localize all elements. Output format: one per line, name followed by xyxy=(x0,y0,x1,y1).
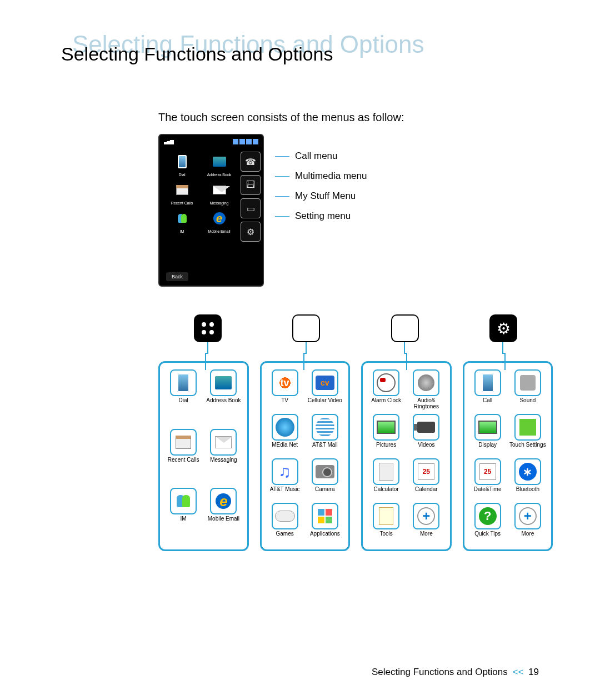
app-audio-ringtones: Audio& Ringtones xyxy=(407,369,445,409)
calendar-icon: 25 xyxy=(479,463,496,480)
app-display: Display xyxy=(469,414,507,454)
folder-icon: ▭ xyxy=(247,203,255,214)
manual-page: Selecting Functions and Options Selectin… xyxy=(0,0,600,573)
intro-text: The touch screen consists of the menus a… xyxy=(158,111,539,124)
ie-icon: e xyxy=(213,212,226,224)
phone-app-grid: Dial Address Book Recent Calls Messaging… xyxy=(162,146,239,236)
tv-icon: tv xyxy=(276,373,294,392)
camera-icon xyxy=(316,465,334,478)
alarm-icon xyxy=(377,373,396,392)
app-videos: Videos xyxy=(407,414,445,454)
app-more-settings: +More xyxy=(509,503,547,543)
phone-screenshot: Dial Address Book Recent Calls Messaging… xyxy=(158,134,264,287)
footer-separator: << xyxy=(512,667,523,677)
phone-diagram: Dial Address Book Recent Calls Messaging… xyxy=(158,134,539,287)
plus-icon: + xyxy=(519,507,537,525)
speaker-icon xyxy=(418,374,434,391)
phone-icon xyxy=(178,155,187,168)
clipboard-icon xyxy=(176,185,188,195)
plus-icon: + xyxy=(417,507,435,525)
sound-icon xyxy=(520,375,536,391)
app-pictures: Pictures xyxy=(367,414,405,454)
page-title: Selecting Functions and Options xyxy=(61,43,333,65)
app-touch-settings: Touch Settings xyxy=(509,414,547,454)
top-btn-settings: ⚙ xyxy=(489,314,517,342)
camcorder-icon xyxy=(417,422,435,433)
tree-top-buttons: ⚙ xyxy=(158,314,553,353)
phone-app-address-book: Address Book xyxy=(202,152,236,177)
app-games: Games xyxy=(266,503,304,543)
phone-app-mobile-email: eMobile Email xyxy=(202,208,236,233)
gamepad-icon xyxy=(275,511,295,522)
panel-call: Dial Address Book Recent Calls Messaging… xyxy=(158,361,249,551)
panel-multimedia: tvTV cvCellular Video MEdia Net AT&T Mai… xyxy=(260,361,351,551)
callout-mystuff-menu: My Stuff Menu xyxy=(275,191,367,202)
panel-mystuff: Alarm Clock Audio& Ringtones Pictures Vi… xyxy=(361,361,452,551)
top-btn-multimedia xyxy=(292,314,320,342)
app-cellular-video: cvCellular Video xyxy=(306,369,344,409)
address-book-icon xyxy=(215,376,232,389)
phone-icon xyxy=(177,373,189,392)
im-icon xyxy=(177,495,190,507)
phone-icon xyxy=(482,373,494,392)
tab-mystuff-menu: ▭ xyxy=(241,198,261,218)
globe-icon xyxy=(276,418,294,437)
dots-icon xyxy=(202,322,214,334)
phone-app-recent-calls: Recent Calls xyxy=(165,180,199,205)
callouts: Call menu Multimedia menu My Stuff Menu … xyxy=(275,134,367,222)
tab-settings-menu: ⚙ xyxy=(241,222,261,242)
film-icon: 🎞 xyxy=(246,180,255,190)
clipboard-icon xyxy=(176,436,191,449)
touch-icon xyxy=(519,419,536,436)
app-calculator: Calculator xyxy=(367,458,405,498)
ie-icon: e xyxy=(216,493,231,509)
monitor-icon xyxy=(377,421,396,434)
status-bar xyxy=(162,137,261,146)
question-icon: ? xyxy=(479,507,497,525)
panel-settings: Call Sound Display Touch Settings 25Date… xyxy=(463,361,553,551)
gear-icon: ⚙ xyxy=(247,227,254,237)
app-alarm-clock: Alarm Clock xyxy=(367,369,405,409)
im-icon xyxy=(178,214,187,223)
app-mobile-email: eMobile Email xyxy=(204,488,242,543)
app-calendar: 25Calendar xyxy=(407,458,445,498)
callout-multimedia-menu: Multimedia menu xyxy=(275,171,367,182)
panels: Dial Address Book Recent Calls Messaging… xyxy=(158,361,553,551)
phone-sidebar-tabs: ☎ 🎞 ▭ ⚙ xyxy=(241,152,261,242)
app-sound: Sound xyxy=(509,369,547,409)
notes-icon xyxy=(379,507,393,525)
callout-call-menu: Call menu xyxy=(275,151,367,162)
app-att-music: ♫AT&T Music xyxy=(266,458,304,498)
apps-icon xyxy=(318,509,332,523)
app-applications: Applications xyxy=(306,503,344,543)
att-icon xyxy=(316,418,334,437)
app-im: IM xyxy=(164,488,202,543)
footer-page-number: 19 xyxy=(528,667,539,677)
app-dial: Dial xyxy=(164,369,202,424)
bluetooth-icon: ∗ xyxy=(519,463,537,481)
mail-icon xyxy=(215,436,232,448)
tab-call-menu: ☎ xyxy=(241,152,261,172)
app-tv: tvTV xyxy=(266,369,304,409)
top-btn-mystuff xyxy=(391,314,419,342)
app-messaging: Messaging xyxy=(204,429,242,484)
app-quick-tips: ?Quick Tips xyxy=(469,503,507,543)
connector-lines xyxy=(158,342,553,370)
signal-icon xyxy=(164,139,174,144)
top-btn-call xyxy=(194,314,222,342)
gear-icon: ⚙ xyxy=(497,319,511,338)
app-address-book: Address Book xyxy=(204,369,242,424)
image-icon xyxy=(213,157,226,167)
menu-tree: ⚙ Dial Address Book Recent Calls Messagi… xyxy=(158,314,553,551)
cv-icon: cv xyxy=(316,376,334,390)
back-button: Back xyxy=(166,272,188,281)
app-tools: Tools xyxy=(367,503,405,543)
footer-section: Selecting Functions and Options xyxy=(372,667,508,677)
status-icons xyxy=(233,139,258,144)
page-footer: Selecting Functions and Options << 19 xyxy=(372,667,539,678)
calendar-icon: 25 xyxy=(418,463,434,480)
app-bluetooth: ∗Bluetooth xyxy=(509,458,547,498)
app-att-mail: AT&T Mail xyxy=(306,414,344,454)
phone-app-messaging: Messaging xyxy=(202,180,236,205)
mail-icon xyxy=(213,186,226,194)
